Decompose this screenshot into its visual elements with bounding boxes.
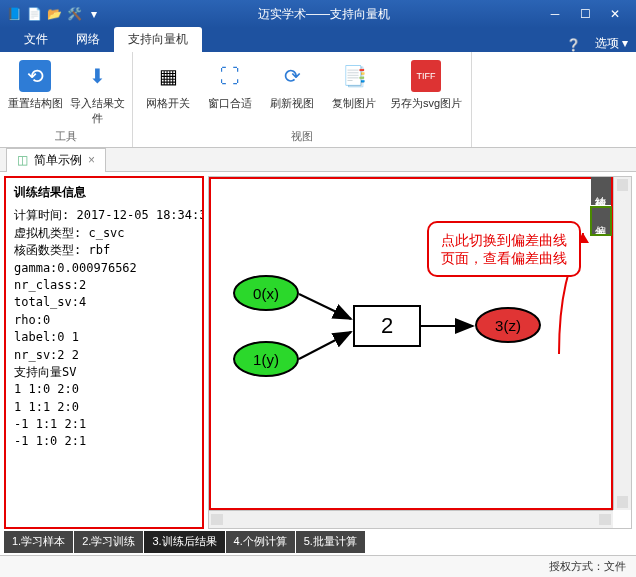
callout-box: 点此切换到偏差曲线 页面，查看偏差曲线 [427,221,581,277]
save-svg-button[interactable]: TIFF 另存为svg图片 [387,56,465,127]
reset-icon: ⟲ [19,60,51,92]
vertical-scrollbar[interactable] [613,177,631,510]
maximize-button[interactable]: ☐ [576,5,594,23]
info-row: nr_sv:2 2 [14,347,194,364]
diagram-canvas[interactable]: 0(x) 1(y) 2 3(z) 点此切换到偏差曲线 页面，查看偏差曲线 [209,177,613,510]
copy-image-button[interactable]: 📑 复制图片 [325,56,383,127]
info-row: 1 1:1 2:0 [14,399,194,416]
info-row: -1 1:1 2:1 [14,416,194,433]
bottom-tab-3[interactable]: 3.训练后结果 [144,531,224,553]
grid-toggle-button[interactable]: ▦ 网格开关 [139,56,197,127]
info-row: 支持向量SV [14,364,194,381]
open-icon[interactable]: 📂 [46,6,62,22]
group-label-view: 视图 [291,127,313,147]
info-row: total_sv:4 [14,294,194,311]
horizontal-scrollbar[interactable] [209,510,613,528]
document-tab[interactable]: ◫ 简单示例 × [6,148,106,172]
canvas-wrap: 0(x) 1(y) 2 3(z) 点此切换到偏差曲线 页面，查看偏差曲线 结构信… [208,176,632,529]
info-row: label:0 1 [14,329,194,346]
menu-tab-network[interactable]: 网络 [62,27,114,52]
tab-close-icon[interactable]: × [88,153,95,167]
fit-icon: ⛶ [214,60,246,92]
bottom-tab-1[interactable]: 1.学习样本 [4,531,73,553]
svg-line-1 [299,332,351,359]
qat-dropdown-icon[interactable]: ▾ [86,6,102,22]
minimize-button[interactable]: ─ [546,5,564,23]
window-buttons: ─ ☐ ✕ [546,5,630,23]
import-icon: ⬇ [81,60,113,92]
tiff-icon: TIFF [411,60,441,92]
app-icon: 📘 [6,6,22,22]
title-bar: 📘 📄 📂 🛠️ ▾ 迈实学术——支持向量机 ─ ☐ ✕ [0,0,636,28]
training-info-panel: 训练结果信息 计算时间: 2017-12-05 18:34:32虚拟机类型: c… [4,176,204,529]
bottom-tab-4[interactable]: 4.个例计算 [226,531,295,553]
node-2[interactable]: 2 [353,305,421,347]
bottom-tab-2[interactable]: 2.学习训练 [74,531,143,553]
node-0[interactable]: 0(x) [233,275,299,311]
side-tabs: 结构信息 偏差曲线 [591,177,611,237]
side-tab-deviation[interactable]: 偏差曲线 [591,207,611,235]
close-button[interactable]: ✕ [606,5,624,23]
help-icon[interactable]: ❔ [560,38,587,52]
node-1[interactable]: 1(y) [233,341,299,377]
info-header: 训练结果信息 [14,184,194,201]
refresh-icon: ⟳ [276,60,308,92]
menu-tab-svm[interactable]: 支持向量机 [114,27,202,52]
quick-access-toolbar: 📘 📄 📂 🛠️ ▾ [6,6,102,22]
tools-icon[interactable]: 🛠️ [66,6,82,22]
bottom-tab-5[interactable]: 5.批量计算 [296,531,365,553]
info-row: nr_class:2 [14,277,194,294]
menu-tab-file[interactable]: 文件 [10,27,62,52]
node-3[interactable]: 3(z) [475,307,541,343]
new-icon[interactable]: 📄 [26,6,42,22]
ribbon-group-tools: ⟲ 重置结构图 ⬇ 导入结果文件 工具 [0,52,133,147]
options-menu[interactable]: 选项 ▾ [587,35,636,52]
side-tab-structure[interactable]: 结构信息 [591,177,611,205]
document-tab-title: 简单示例 [34,152,82,169]
document-tab-bar: ◫ 简单示例 × [0,148,636,172]
main-area: 训练结果信息 计算时间: 2017-12-05 18:34:32虚拟机类型: c… [4,176,632,529]
cube-icon: ◫ [17,153,28,167]
reset-structure-button[interactable]: ⟲ 重置结构图 [6,56,64,127]
group-label-tools: 工具 [55,127,77,147]
refresh-view-button[interactable]: ⟳ 刷新视图 [263,56,321,127]
info-row: rho:0 [14,312,194,329]
info-row: gamma:0.000976562 [14,260,194,277]
menu-bar: 文件 网络 支持向量机 ❔ 选项 ▾ [0,28,636,52]
fit-window-button[interactable]: ⛶ 窗口合适 [201,56,259,127]
info-row: -1 1:0 2:1 [14,433,194,450]
status-bar: 授权方式：文件 [0,555,636,577]
window-title: 迈实学术——支持向量机 [102,6,546,23]
import-result-button[interactable]: ⬇ 导入结果文件 [68,56,126,127]
info-row: 1 1:0 2:0 [14,381,194,398]
info-row: 虚拟机类型: c_svc [14,225,194,242]
svg-line-0 [299,294,351,319]
ribbon: ⟲ 重置结构图 ⬇ 导入结果文件 工具 ▦ 网格开关 ⛶ 窗口合适 ⟳ 刷新视图 [0,52,636,148]
info-row: 核函数类型: rbf [14,242,194,259]
copy-icon: 📑 [338,60,370,92]
status-text: 授权方式：文件 [549,559,626,574]
info-row: 计算时间: 2017-12-05 18:34:32 [14,207,194,224]
ribbon-group-view: ▦ 网格开关 ⛶ 窗口合适 ⟳ 刷新视图 📑 复制图片 TIFF 另存为svg图… [133,52,472,147]
bottom-tabs: 1.学习样本 2.学习训练 3.训练后结果 4.个例计算 5.批量计算 [4,531,365,553]
grid-icon: ▦ [152,60,184,92]
